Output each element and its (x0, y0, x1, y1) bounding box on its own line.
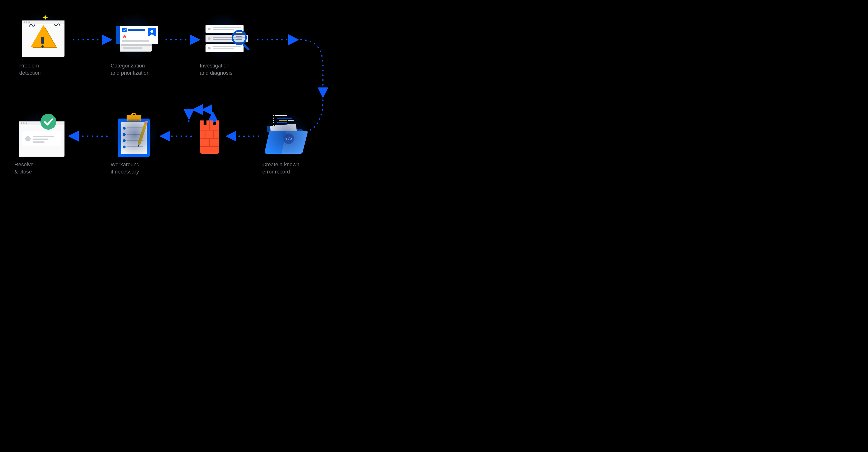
problem-detection-icon: ✦ (19, 15, 67, 58)
label-line: Workaround (111, 161, 140, 168)
label-line: Resolve (14, 161, 33, 168)
step-problem-detection: ✦ Problem detection (19, 15, 67, 76)
step-categorization: Categorization and prioritization (111, 15, 159, 76)
step-label: Workaround if necessary (111, 161, 140, 175)
check-badge-icon (39, 113, 57, 131)
label-line: Create a known (262, 161, 299, 168)
step-investigation: Investigation and diagnosis (200, 15, 248, 76)
svg-point-7 (232, 31, 246, 44)
label-line: detection (19, 69, 41, 77)
problem-management-flow: ✦ Problem detection Categorization and p… (0, 0, 373, 194)
resolve-icon (14, 113, 63, 157)
label-line: if necessary (111, 168, 140, 175)
label-line: Categorization (111, 62, 149, 69)
step-resolve-close: Resolve & close (14, 113, 63, 175)
label-line: error record (262, 168, 299, 175)
label-line: and diagnosis (200, 69, 232, 77)
svg-rect-8 (243, 44, 250, 51)
step-workaround: Workaround if necessary (111, 113, 159, 175)
label-line: Problem (19, 62, 41, 69)
magnifier-icon (231, 29, 253, 51)
step-label: Problem detection (19, 62, 41, 76)
svg-marker-3 (200, 108, 203, 112)
obstacle-brick-icon (195, 113, 224, 158)
step-error-record: </> Create a known error record (262, 113, 310, 175)
label-line: and prioritization (111, 69, 149, 77)
clipboard-icon (111, 113, 159, 157)
label-line: Investigation (200, 62, 232, 69)
svg-point-50 (40, 114, 56, 130)
svg-point-6 (150, 30, 153, 33)
label-line: & close (14, 168, 33, 175)
step-label: Investigation and diagnosis (200, 62, 232, 76)
investigation-icon (200, 15, 248, 58)
folder-code-icon: </> (262, 113, 310, 157)
svg-rect-10 (236, 38, 242, 40)
step-label: Resolve & close (14, 161, 33, 175)
step-label: Categorization and prioritization (111, 62, 149, 76)
step-label: Create a known error record (262, 161, 299, 175)
svg-rect-9 (236, 36, 242, 37)
categorization-icon (111, 15, 159, 58)
